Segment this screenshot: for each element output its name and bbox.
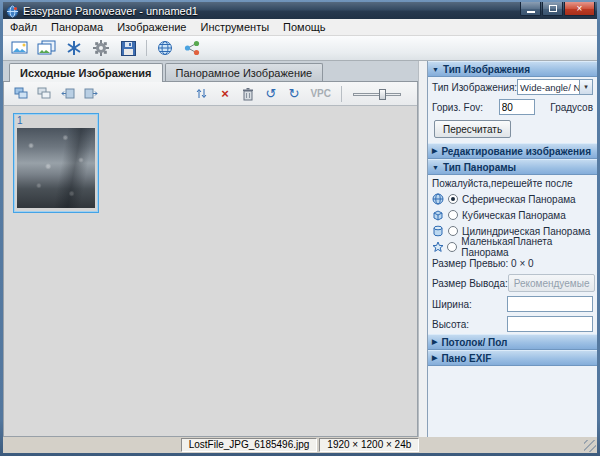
stitch-button[interactable] xyxy=(62,38,86,59)
menu-panorama[interactable]: Панорама xyxy=(44,20,110,34)
menu-image[interactable]: Изображение xyxy=(110,20,193,34)
rotate-cw-button[interactable]: ↻ xyxy=(284,85,303,103)
image-toolbar-right-group: × ↺ ↻ VPC xyxy=(192,85,401,103)
image-type-dropdown[interactable]: Wide-angle/ N ▾ xyxy=(517,79,593,95)
zoom-slider[interactable] xyxy=(353,87,401,101)
thumbnail-area: 1 xyxy=(4,106,417,436)
right-panel-filler xyxy=(428,366,597,436)
radio-little-planet[interactable] xyxy=(447,242,457,252)
section-header-ceiling-floor[interactable]: ▶ Потолок/ Пол xyxy=(428,334,597,350)
section-header-pano-exif[interactable]: ▶ Пано EXIF xyxy=(428,350,597,366)
radio-row-little-planet[interactable]: МаленькаяПланета Панорама xyxy=(428,239,597,255)
select-all-icon xyxy=(14,87,29,100)
resize-grip[interactable] xyxy=(584,440,596,452)
select-all-button[interactable] xyxy=(12,85,31,103)
star-icon xyxy=(432,241,443,253)
panorama-type-note: Пожалуйста,перешейте после xyxy=(428,175,597,191)
width-row: Ширина: xyxy=(428,294,597,314)
new-panorama-icon xyxy=(11,40,29,56)
section-title: Тип Изображения xyxy=(443,64,530,75)
chevron-right-icon: ▶ xyxy=(432,338,437,346)
section-header-image-type[interactable]: ▼ Тип Изображения xyxy=(428,61,597,77)
fov-row: Гориз. Fov: Градусов xyxy=(428,97,597,117)
sort-icon xyxy=(195,87,208,100)
move-left-button[interactable] xyxy=(58,85,77,103)
section-header-panorama-type[interactable]: ▼ Тип Панорамы xyxy=(428,159,597,175)
minimize-button[interactable] xyxy=(520,2,541,16)
source-images-panel: × ↺ ↻ VPC xyxy=(3,82,418,437)
save-button[interactable] xyxy=(116,38,140,59)
sort-images-button[interactable] xyxy=(192,85,211,103)
rotate-ccw-button[interactable]: ↺ xyxy=(261,85,280,103)
width-input[interactable] xyxy=(507,296,593,312)
save-icon xyxy=(121,41,136,56)
height-input[interactable] xyxy=(507,316,593,332)
unselect-all-icon xyxy=(37,87,52,100)
radio-row-cubic[interactable]: Кубическая Панорама xyxy=(428,207,597,223)
source-image-thumbnail[interactable]: 1 xyxy=(13,113,99,213)
delete-icon: × xyxy=(221,87,229,100)
settings-button[interactable] xyxy=(89,38,113,59)
close-icon: × xyxy=(577,4,583,14)
image-toolbar-separator xyxy=(341,86,342,102)
chevron-down-icon: ▼ xyxy=(432,164,439,171)
globe-icon xyxy=(157,40,173,56)
share-button[interactable] xyxy=(180,38,204,59)
radio-spherical[interactable] xyxy=(448,194,458,204)
rotate-cw-icon: ↻ xyxy=(288,87,299,100)
thumbnail-scrollbar[interactable] xyxy=(418,61,427,437)
open-images-button[interactable] xyxy=(35,38,59,59)
close-button[interactable]: × xyxy=(564,2,595,16)
section-header-image-editing[interactable]: ▶ Редактирование изображения xyxy=(428,143,597,159)
width-label: Ширина: xyxy=(432,299,472,310)
zoom-slider-handle[interactable] xyxy=(379,89,386,100)
sphere-icon xyxy=(432,193,444,205)
delete-image-button[interactable]: × xyxy=(215,85,234,103)
publish-web-button[interactable] xyxy=(153,38,177,59)
vpc-button[interactable]: VPC xyxy=(307,88,334,99)
radio-label-little-planet: МаленькаяПланета Панорама xyxy=(461,236,593,258)
delete-all-button[interactable] xyxy=(238,85,257,103)
radio-row-spherical[interactable]: Сферическая Панорама xyxy=(428,191,597,207)
status-filename: LostFile_JPG_6185496.jpg xyxy=(181,438,318,452)
fov-label: Гориз. Fov: xyxy=(432,102,483,113)
output-size-label: Размер Вывода: xyxy=(432,278,508,289)
move-right-icon xyxy=(84,87,98,100)
stitch-icon xyxy=(66,40,82,56)
menu-help[interactable]: Помощь xyxy=(276,20,333,34)
recalculate-button[interactable]: Пересчитать xyxy=(434,120,511,138)
new-panorama-button[interactable] xyxy=(8,38,32,59)
maximize-button[interactable] xyxy=(542,2,563,16)
move-right-button[interactable] xyxy=(81,85,100,103)
app-window: Easypano Panoweaver - unnamed1 × Файл Па… xyxy=(0,0,600,456)
main-toolbar xyxy=(3,36,597,61)
section-title: Тип Панорамы xyxy=(443,162,516,173)
app-icon[interactable] xyxy=(6,4,19,17)
radio-cylindrical[interactable] xyxy=(448,226,458,236)
section-title: Пано EXIF xyxy=(441,353,491,364)
image-type-label: Тип Изображения: xyxy=(432,82,517,93)
image-type-row: Тип Изображения: Wide-angle/ N ▾ xyxy=(428,77,597,97)
recommended-button[interactable]: Рекомендуемые xyxy=(508,274,596,292)
cube-icon xyxy=(432,209,444,221)
statusbar: LostFile_JPG_6185496.jpg 1920 × 1200 × 2… xyxy=(3,437,597,453)
tab-source-images[interactable]: Исходные Изображения xyxy=(9,63,163,82)
left-pane: Исходные Изображения Панорамное Изображе… xyxy=(3,61,418,437)
image-toolbar: × ↺ ↻ VPC xyxy=(4,82,417,106)
chevron-right-icon: ▶ xyxy=(432,147,437,155)
menu-file[interactable]: Файл xyxy=(3,20,44,34)
fov-input[interactable] xyxy=(499,99,535,115)
rotate-ccw-icon: ↺ xyxy=(265,87,276,100)
chevron-down-icon: ▾ xyxy=(579,80,592,94)
image-type-value: Wide-angle/ N xyxy=(518,82,579,93)
menubar: Файл Панорама Изображение Инструменты По… xyxy=(3,19,597,36)
menu-tools[interactable]: Инструменты xyxy=(193,20,276,34)
cylinder-icon xyxy=(432,225,444,237)
unselect-all-button[interactable] xyxy=(35,85,54,103)
height-label: Высота: xyxy=(432,319,469,330)
tab-panoramic-image[interactable]: Панорамное Изображение xyxy=(165,63,324,81)
move-left-icon xyxy=(61,87,75,100)
radio-cubic[interactable] xyxy=(448,210,458,220)
right-panel: ▼ Тип Изображения Тип Изображения: Wide-… xyxy=(427,61,597,437)
share-icon xyxy=(184,40,200,56)
